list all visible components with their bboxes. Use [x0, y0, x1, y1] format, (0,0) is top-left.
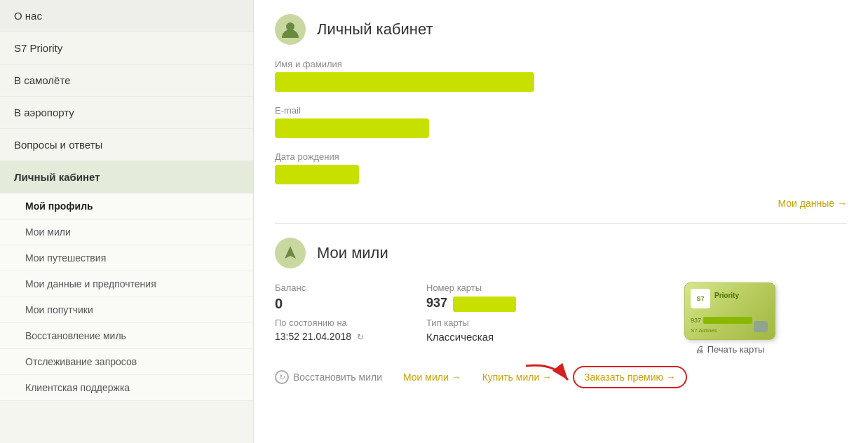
- sidebar-item-about[interactable]: О нас: [0, 0, 253, 32]
- profile-header: Личный кабинет: [275, 14, 847, 45]
- balance-field: Баланс 0: [275, 282, 415, 312]
- print-card-row[interactable]: 🖨 Печать карты: [696, 344, 765, 355]
- sidebar-sub-item-my-travels[interactable]: Мои путешествия: [0, 245, 253, 271]
- card-number-label: Номер карты: [426, 282, 602, 293]
- sidebar-sub-item-track-requests[interactable]: Отслеживание запросов: [0, 349, 253, 375]
- card-priority-label: Priority: [714, 292, 739, 299]
- card-number-bar: [453, 297, 516, 312]
- card-number-field: Номер карты 937: [426, 282, 602, 312]
- restore-icon: ↻: [275, 370, 289, 384]
- card-bar-on-card: [703, 317, 752, 324]
- sidebar-item-faq[interactable]: Вопросы и ответы: [0, 129, 253, 161]
- card-chip: [754, 321, 768, 332]
- miles-icon: [275, 238, 306, 268]
- birthday-field-group: Дата рождения: [275, 151, 847, 186]
- name-value-bar: [275, 72, 534, 92]
- sidebar-item-s7priority[interactable]: S7 Priority: [0, 32, 253, 64]
- email-field-group: E-mail: [275, 105, 847, 140]
- print-card-label: Печать карты: [707, 344, 765, 355]
- main-content: Личный кабинет Имя и фамилия E-mail Дата…: [254, 0, 868, 443]
- profile-title: Личный кабинет: [317, 20, 433, 39]
- my-data-link-container: Мои данные →: [275, 198, 847, 209]
- balance-value: 0: [275, 296, 415, 312]
- sidebar-sub-item-support[interactable]: Клиентская поддержка: [0, 375, 253, 401]
- priority-card: S7 Priority 937 S7 Airlines: [684, 282, 775, 340]
- name-field-group: Имя и фамилия: [275, 59, 847, 94]
- print-icon: 🖨: [696, 344, 705, 355]
- card-type-field: Тип карты Классическая: [426, 318, 602, 343]
- card-type-value: Классическая: [426, 331, 602, 343]
- restore-miles-label: Восстановить мили: [293, 372, 382, 383]
- update-time-field: По состоянию на 13:52 21.04.2018 ↻: [275, 318, 415, 342]
- card-image-container: S7 Priority 937 S7 Airlines 🖨 Печать кар…: [613, 282, 847, 355]
- card-number-value: 937: [426, 296, 602, 312]
- email-value-bar: [275, 118, 429, 138]
- email-label: E-mail: [275, 105, 847, 116]
- miles-section: Мои мили Баланс 0 Номер карты 937 S7 Pr: [275, 238, 847, 402]
- update-time-label: По состоянию на: [275, 318, 415, 328]
- order-premium-link[interactable]: Заказать премию →: [573, 366, 687, 388]
- card-number-text: 937: [691, 317, 701, 324]
- birthday-value-bar: [275, 165, 359, 184]
- my-data-link[interactable]: Мои данные →: [778, 198, 847, 209]
- sidebar-sub-item-my-data[interactable]: Мои данные и предпочтения: [0, 271, 253, 297]
- update-time-value: 13:52 21.04.2018 ↻: [275, 331, 415, 342]
- sidebar-item-onboard[interactable]: В самолёте: [0, 64, 253, 97]
- restore-miles-container[interactable]: ↻ Восстановить мили: [275, 370, 382, 384]
- sidebar-item-personal[interactable]: Личный кабинет: [0, 161, 253, 193]
- sidebar-item-airport[interactable]: В аэропорту: [0, 97, 253, 129]
- miles-title: Мои мили: [317, 244, 388, 262]
- card-extra-text: S7 Airlines: [691, 327, 717, 334]
- card-number-prefix: 937: [426, 296, 447, 310]
- miles-header: Мои мили: [275, 238, 847, 268]
- sidebar-sub-item-my-miles[interactable]: Мои мили: [0, 219, 253, 245]
- profile-section: Личный кабинет Имя и фамилия E-mail Дата…: [275, 14, 847, 224]
- balance-label: Баланс: [275, 282, 415, 293]
- buy-miles-link[interactable]: Купить мили →: [482, 372, 552, 383]
- sidebar-sub-item-my-companions[interactable]: Мои попутчики: [0, 297, 253, 323]
- refresh-icon[interactable]: ↻: [357, 332, 364, 342]
- birthday-label: Дата рождения: [275, 151, 847, 162]
- name-label: Имя и фамилия: [275, 59, 847, 69]
- card-s7-logo: S7: [691, 289, 710, 308]
- profile-icon: [275, 14, 306, 45]
- sidebar: О нас S7 Priority В самолёте В аэропорту…: [0, 0, 254, 443]
- sidebar-sub-item-restore-miles[interactable]: Восстановление миль: [0, 323, 253, 349]
- sidebar-sub-item-my-profile[interactable]: Мой профиль: [0, 193, 253, 219]
- miles-actions-row: ↻ Восстановить мили Мои мили → Купить ми…: [275, 366, 847, 388]
- my-miles-link[interactable]: Мои мили →: [403, 372, 461, 383]
- card-type-label: Тип карты: [426, 318, 602, 328]
